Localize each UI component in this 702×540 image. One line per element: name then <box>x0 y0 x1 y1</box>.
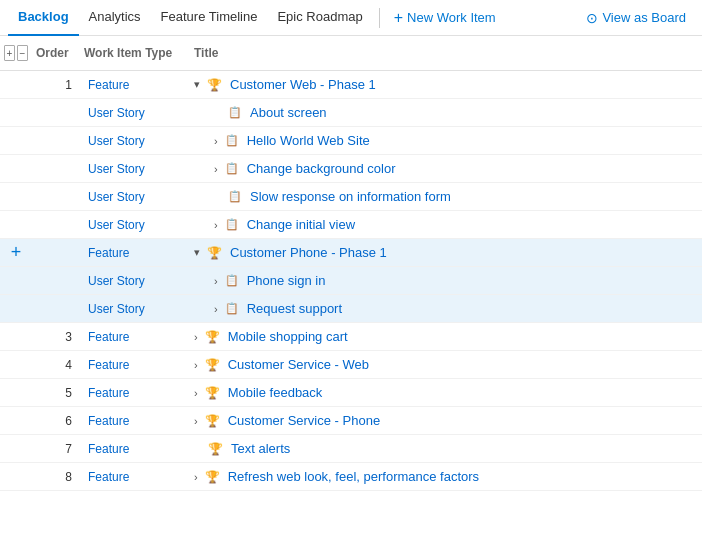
chevron-right-icon[interactable]: › <box>214 303 218 315</box>
title-cell: ›📋Change initial view <box>190 214 702 235</box>
table-row: User Story›📋Change initial view <box>0 211 702 239</box>
row-action-cell <box>0 474 32 480</box>
work-item-title[interactable]: About screen <box>250 105 327 120</box>
title-cell: 📋Slow response on information form <box>190 186 702 207</box>
title-cell: ›🏆Mobile feedback <box>190 382 702 403</box>
table-row: 6Feature›🏆Customer Service - Phone <box>0 407 702 435</box>
expand-collapse-controls: + − <box>0 42 32 64</box>
trophy-icon: 🏆 <box>207 246 222 260</box>
trophy-icon: 🏆 <box>208 442 223 456</box>
user-story-icon: 📋 <box>225 162 239 175</box>
table-row: 8Feature›🏆Refresh web look, feel, perfor… <box>0 463 702 491</box>
title-cell: ›📋Phone sign in <box>190 270 702 291</box>
work-item-title[interactable]: Change initial view <box>247 217 355 232</box>
row-action-cell <box>0 138 32 144</box>
order-cell <box>32 138 80 144</box>
title-cell: ›🏆Customer Service - Phone <box>190 410 702 431</box>
chevron-down-icon[interactable]: ▾ <box>194 78 200 91</box>
order-cell <box>32 166 80 172</box>
nav-separator <box>379 8 380 28</box>
work-item-title[interactable]: Request support <box>247 301 342 316</box>
order-cell: 1 <box>32 75 80 95</box>
work-item-title[interactable]: Customer Web - Phase 1 <box>230 77 376 92</box>
order-cell <box>32 194 80 200</box>
type-cell: Feature <box>80 75 190 95</box>
trophy-icon: 🏆 <box>205 386 220 400</box>
chevron-right-icon[interactable]: › <box>214 275 218 287</box>
type-cell: Feature <box>80 467 190 487</box>
chevron-right-icon[interactable]: › <box>214 135 218 147</box>
plus-icon: + <box>394 9 403 27</box>
work-item-title[interactable]: Phone sign in <box>247 273 326 288</box>
expand-all-button[interactable]: + <box>4 45 15 61</box>
chevron-right-icon[interactable]: › <box>214 219 218 231</box>
nav-epic-roadmap[interactable]: Epic Roadmap <box>267 0 372 36</box>
nav-analytics[interactable]: Analytics <box>79 0 151 36</box>
table-header: + − Order Work Item Type Title <box>0 36 702 71</box>
nav-feature-timeline[interactable]: Feature Timeline <box>151 0 268 36</box>
table-row: 7Feature🏆Text alerts <box>0 435 702 463</box>
order-cell <box>32 110 80 116</box>
work-item-title[interactable]: Hello World Web Site <box>247 133 370 148</box>
work-item-title[interactable]: Customer Service - Phone <box>228 413 380 428</box>
type-cell: Feature <box>80 383 190 403</box>
work-item-title[interactable]: Change background color <box>247 161 396 176</box>
user-story-icon: 📋 <box>225 218 239 231</box>
row-action-cell <box>0 362 32 368</box>
table-row: User Story›📋Change background color <box>0 155 702 183</box>
chevron-right-icon[interactable]: › <box>194 471 198 483</box>
table-row: +Feature▾🏆Customer Phone - Phase 1 <box>0 239 702 267</box>
work-item-title[interactable]: Mobile shopping cart <box>228 329 348 344</box>
type-cell: User Story <box>80 299 190 319</box>
type-cell: User Story <box>80 131 190 151</box>
chevron-right-icon[interactable]: › <box>194 331 198 343</box>
collapse-all-button[interactable]: − <box>17 45 28 61</box>
work-item-title[interactable]: Text alerts <box>231 441 290 456</box>
row-action-cell <box>0 82 32 88</box>
order-cell: 5 <box>32 383 80 403</box>
work-item-title[interactable]: Customer Service - Web <box>228 357 369 372</box>
order-cell <box>32 222 80 228</box>
work-item-title[interactable]: Customer Phone - Phase 1 <box>230 245 387 260</box>
add-child-button[interactable]: + <box>5 242 28 263</box>
order-cell: 7 <box>32 439 80 459</box>
type-cell: Feature <box>80 439 190 459</box>
row-action-cell <box>0 278 32 284</box>
trophy-icon: 🏆 <box>205 470 220 484</box>
work-item-title[interactable]: Slow response on information form <box>250 189 451 204</box>
type-cell: User Story <box>80 215 190 235</box>
row-action-cell: + <box>0 239 32 266</box>
view-as-board-button[interactable]: ⊙ View as Board <box>578 4 694 32</box>
table-row: User Story›📋Hello World Web Site <box>0 127 702 155</box>
chevron-right-icon[interactable]: › <box>194 359 198 371</box>
order-cell: 3 <box>32 327 80 347</box>
work-item-title[interactable]: Refresh web look, feel, performance fact… <box>228 469 479 484</box>
chevron-right-icon[interactable]: › <box>194 415 198 427</box>
trophy-icon: 🏆 <box>205 414 220 428</box>
row-action-cell <box>0 334 32 340</box>
row-action-cell <box>0 306 32 312</box>
chevron-down-icon[interactable]: ▾ <box>194 246 200 259</box>
row-action-cell <box>0 222 32 228</box>
row-action-cell <box>0 166 32 172</box>
order-cell <box>32 306 80 312</box>
type-cell: Feature <box>80 411 190 431</box>
title-cell: ›🏆Customer Service - Web <box>190 354 702 375</box>
type-cell: User Story <box>80 271 190 291</box>
row-action-cell <box>0 194 32 200</box>
work-item-title[interactable]: Mobile feedback <box>228 385 323 400</box>
title-cell: ›🏆Mobile shopping cart <box>190 326 702 347</box>
trophy-icon: 🏆 <box>205 330 220 344</box>
nav-backlog[interactable]: Backlog <box>8 0 79 36</box>
table-row: User Story📋About screen <box>0 99 702 127</box>
trophy-icon: 🏆 <box>207 78 222 92</box>
type-cell: User Story <box>80 159 190 179</box>
chevron-right-icon[interactable]: › <box>194 387 198 399</box>
order-cell: 6 <box>32 411 80 431</box>
chevron-right-icon[interactable]: › <box>214 163 218 175</box>
backlog-table: + − Order Work Item Type Title 1Feature▾… <box>0 36 702 491</box>
nav-right: ⊙ View as Board <box>578 4 694 32</box>
new-work-item-button[interactable]: + New Work Item <box>386 3 504 33</box>
table-row: 3Feature›🏆Mobile shopping cart <box>0 323 702 351</box>
type-header: Work Item Type <box>80 43 190 63</box>
